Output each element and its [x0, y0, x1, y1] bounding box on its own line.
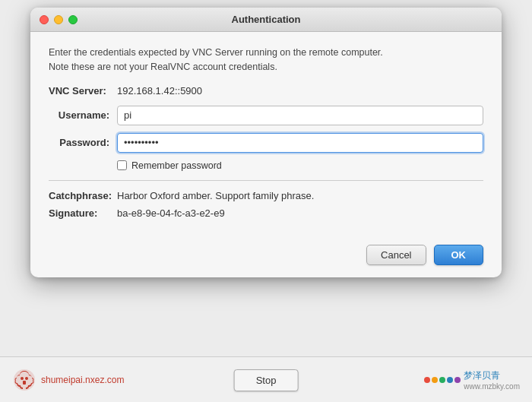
separator: [49, 180, 483, 181]
authentication-dialog: Authentication Enter the credentials exp…: [30, 8, 502, 277]
svg-point-2: [25, 377, 28, 380]
dialog-title: Authentication: [232, 14, 301, 25]
remember-label[interactable]: Remember password: [131, 160, 222, 171]
right-brand-url: www.mzbky.com: [464, 382, 520, 391]
signature-label: Signature:: [49, 207, 117, 219]
catchphrase-row: Catchphrase: Harbor Oxford amber. Suppor…: [49, 190, 483, 201]
server-row: VNC Server: 192.168.1.42::5900: [49, 85, 483, 97]
signature-value: ba-e8-9e-04-fc-a3-e2-e9: [117, 207, 225, 219]
server-label: VNC Server:: [49, 85, 117, 97]
right-text-block: 梦泽贝青 www.mzbky.com: [464, 369, 520, 391]
close-button[interactable]: [40, 15, 49, 24]
description-text: Enter the credentials expected by VNC Se…: [49, 46, 483, 74]
catchphrase-value: Harbor Oxford amber. Support family phra…: [117, 190, 314, 201]
bottom-left-brand: shumeipai.nxez.com: [12, 368, 124, 392]
dot-green: [439, 377, 445, 383]
username-input[interactable]: [117, 106, 483, 125]
svg-rect-3: [23, 381, 26, 385]
dialog-content: Enter the credentials expected by VNC Se…: [30, 32, 502, 237]
server-value: 192.168.1.42::5900: [117, 85, 202, 97]
right-brand-name: 梦泽贝青: [464, 369, 500, 382]
svg-point-1: [21, 377, 24, 380]
bottom-bar: shumeipai.nxez.com Stop 梦泽贝青 www.mzbky.c…: [0, 356, 532, 402]
password-input[interactable]: [117, 133, 483, 153]
dot-purple: [454, 377, 461, 383]
cancel-button[interactable]: Cancel: [366, 245, 426, 265]
page-background: Authentication Enter the credentials exp…: [0, 0, 532, 402]
ok-button[interactable]: OK: [434, 245, 484, 265]
catchphrase-label: Catchphrase:: [49, 190, 117, 201]
dot-blue: [447, 377, 453, 383]
minimize-button[interactable]: [54, 15, 63, 24]
remember-row: Remember password: [117, 160, 483, 171]
bottom-right-brand: 梦泽贝青 www.mzbky.com: [424, 369, 520, 391]
dot-red: [424, 377, 430, 383]
username-label: Username:: [49, 109, 117, 121]
svg-point-0: [14, 369, 35, 391]
titlebar: Authentication: [30, 8, 502, 32]
signature-row: Signature: ba-e8-9e-04-fc-a3-e2-e9: [49, 207, 483, 219]
bottom-left-text: shumeipai.nxez.com: [41, 375, 124, 385]
password-label: Password:: [49, 137, 117, 148]
window-controls: [40, 15, 78, 24]
raspberry-icon: [12, 368, 36, 392]
color-logo: [424, 377, 461, 383]
dialog-footer: Cancel OK: [30, 237, 502, 277]
maximize-button[interactable]: [68, 15, 78, 24]
dot-orange: [432, 377, 438, 383]
remember-checkbox[interactable]: [117, 160, 127, 170]
username-row: Username:: [49, 106, 483, 125]
stop-button[interactable]: Stop: [234, 369, 299, 391]
password-row: Password:: [49, 133, 483, 153]
